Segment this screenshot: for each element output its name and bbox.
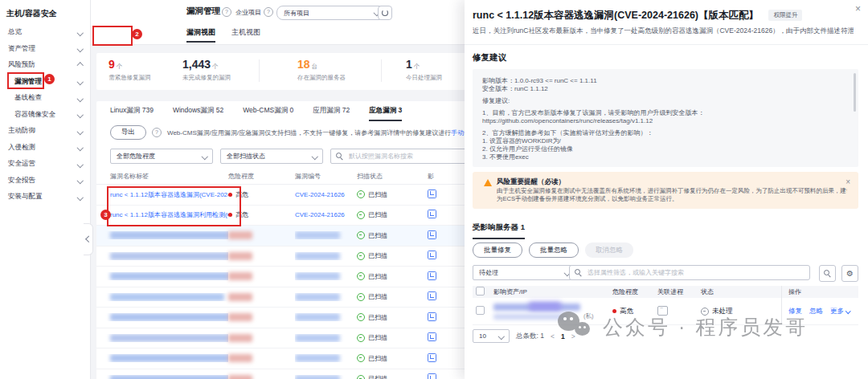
scan-status-cell: 已扫描	[357, 231, 428, 240]
scan-status-text: 已扫描	[368, 354, 387, 363]
severity-filter-select[interactable]: 全部危险程度	[110, 149, 213, 164]
handle-status-select[interactable]: 待处理	[473, 265, 575, 280]
sidebar-item[interactable]: 资产管理	[0, 41, 90, 58]
sidebar-item[interactable]: 风险预防	[0, 57, 90, 74]
batch-action-button[interactable]: 批量修复	[473, 242, 522, 258]
column-header-name[interactable]: 漏洞名称标签	[96, 172, 228, 181]
scan-status-filter-select[interactable]: 全部扫描状态	[220, 149, 323, 164]
severity-cell	[228, 313, 295, 321]
prev-page-button[interactable]: <	[551, 332, 555, 340]
checkbox[interactable]	[476, 287, 485, 295]
divider	[465, 44, 868, 45]
redacted-ip: (私)	[493, 302, 606, 321]
project-select-value: 所有项目	[284, 9, 309, 18]
fix-action-link[interactable]: 修复	[788, 307, 802, 316]
impact-count-icon[interactable]	[428, 373, 436, 379]
redacted-severity-bar	[228, 334, 252, 342]
vuln-name-cell: runc < 1.1.12版本容器逃逸漏洞利用检测(CVE-202	[96, 210, 228, 219]
batch-action-button[interactable]: 取消忽略	[585, 242, 633, 258]
tab-host-view[interactable]: 主机视图	[231, 27, 260, 38]
server-search-input[interactable]	[586, 268, 805, 277]
batch-action-button[interactable]: 批量忽略	[529, 242, 579, 258]
impact-count-icon[interactable]	[428, 291, 436, 300]
sidebar-item[interactable]: 安全运营	[0, 156, 90, 173]
column-header-severity[interactable]: 危险程度	[228, 172, 295, 181]
chevron-icon	[76, 177, 83, 184]
server-row[interactable]: (私) 高危 未处理 修复 忽略 更多	[473, 298, 858, 325]
sidebar-item[interactable]: 安装与配置	[0, 189, 90, 206]
severity-text: 高危	[235, 190, 248, 199]
checkbox[interactable]	[476, 306, 485, 315]
column-header-action[interactable]: 操作	[781, 286, 858, 298]
severity-cell	[228, 375, 295, 379]
ignore-action-link[interactable]: 忽略	[809, 307, 823, 316]
scan-status-cell: 已扫描	[357, 272, 428, 281]
stat-servers: 18台 存在漏洞的服务器	[297, 57, 346, 82]
vuln-type-tab[interactable]: Windows漏洞 52	[173, 106, 223, 121]
settings-button[interactable]: ⚙	[841, 265, 858, 282]
sidebar-item[interactable]: 安全报告	[0, 173, 90, 190]
help-icon[interactable]: ?	[152, 128, 162, 137]
server-severity-cell: 高危	[612, 307, 657, 316]
page-size-select[interactable]: 10	[473, 329, 510, 343]
cve-link[interactable]: CVE-2024-21626	[295, 191, 345, 198]
column-header-process[interactable]: 关联进程	[657, 287, 701, 296]
vuln-type-tab[interactable]: Linux漏洞 739	[110, 106, 154, 121]
fix-suggestion-line: 1. 设置容器的WORKDIR为/	[482, 137, 849, 145]
sidebar-item-label: 容器镜像安全	[14, 110, 55, 120]
stat-value: 1,443	[182, 58, 211, 71]
cve-link[interactable]: CVE-2024-21626	[295, 211, 345, 218]
impact-count-icon[interactable]	[428, 271, 436, 280]
scrollbar-thumb[interactable]	[854, 73, 856, 112]
tab-vuln-view[interactable]: 漏洞视图	[186, 27, 215, 38]
severity-dot-icon	[228, 193, 232, 197]
impact-count-icon[interactable]	[428, 353, 436, 362]
vuln-type-tab[interactable]: 应急漏洞 3	[369, 106, 402, 121]
drawer-close-icon[interactable]: ×	[855, 5, 861, 14]
column-header-severity[interactable]: 危险程度	[612, 287, 657, 296]
cve-cell	[295, 313, 357, 321]
stat-label: 未完成修复的漏洞	[182, 74, 231, 82]
impact-count-icon[interactable]	[428, 312, 436, 321]
column-header-status[interactable]: 扫描状态	[357, 172, 428, 181]
vuln-type-tab[interactable]: Web-CMS漏洞 0	[243, 106, 293, 121]
help-icon[interactable]: ?	[222, 7, 231, 17]
sidebar-item[interactable]: 主动防御	[0, 123, 90, 140]
sidebar-item[interactable]: 基线检查	[0, 90, 90, 107]
refresh-button[interactable]	[378, 6, 392, 20]
redacted-severity-bar	[228, 293, 252, 301]
enterprise-project-label: 企业项目	[235, 8, 261, 17]
impact-count-icon[interactable]	[428, 332, 436, 341]
search-button[interactable]	[819, 265, 836, 282]
alert-close-icon[interactable]: ×	[845, 177, 850, 186]
vuln-name-link[interactable]: runc < 1.1.12版本容器逃逸漏洞利用检测(CVE-202	[110, 211, 228, 218]
scan-status-text: 已扫描	[368, 292, 387, 301]
severity-text: 高危	[235, 210, 248, 219]
project-select[interactable]: 所有项目	[276, 6, 386, 20]
help-icon[interactable]: ?	[264, 7, 273, 17]
severity-dot-icon	[228, 213, 232, 217]
current-page-button[interactable]: 1	[561, 332, 565, 340]
export-button[interactable]: 导出	[110, 125, 146, 140]
sidebar-item[interactable]: 总览	[0, 24, 90, 41]
sidebar-collapse-handle[interactable]	[84, 223, 93, 255]
more-action-link[interactable]: 更多	[830, 307, 850, 316]
vuln-type-tab[interactable]: 应用漏洞 72	[313, 106, 350, 121]
impact-count-icon[interactable]	[428, 190, 436, 198]
column-header-ip[interactable]: 影响资产/IP	[493, 287, 612, 296]
sidebar-item[interactable]: 入侵检测	[0, 140, 90, 157]
redacted-name-bar	[110, 252, 228, 260]
impact-count-icon[interactable]	[428, 230, 436, 239]
next-page-button[interactable]: >	[571, 332, 575, 340]
process-icon[interactable]	[657, 306, 668, 316]
column-header-cve[interactable]: 漏洞编号	[295, 172, 357, 181]
drawer-title: runc < 1.1.12版本容器逃逸漏洞(CVE-2024-21626)【版本…	[473, 10, 759, 21]
column-header-status[interactable]: 状态	[701, 287, 781, 296]
sidebar-item[interactable]: 容器镜像安全	[0, 107, 90, 124]
affected-servers-tab[interactable]: 受影响服务器 1	[473, 222, 525, 239]
scanned-icon	[357, 313, 365, 321]
impact-count-icon[interactable]	[428, 210, 436, 218]
impact-count-icon[interactable]	[428, 251, 436, 259]
vuln-name-link[interactable]: runc < 1.1.12版本容器逃逸漏洞(CVE-2024-21626) 【	[110, 191, 228, 198]
warning-icon	[484, 179, 492, 186]
